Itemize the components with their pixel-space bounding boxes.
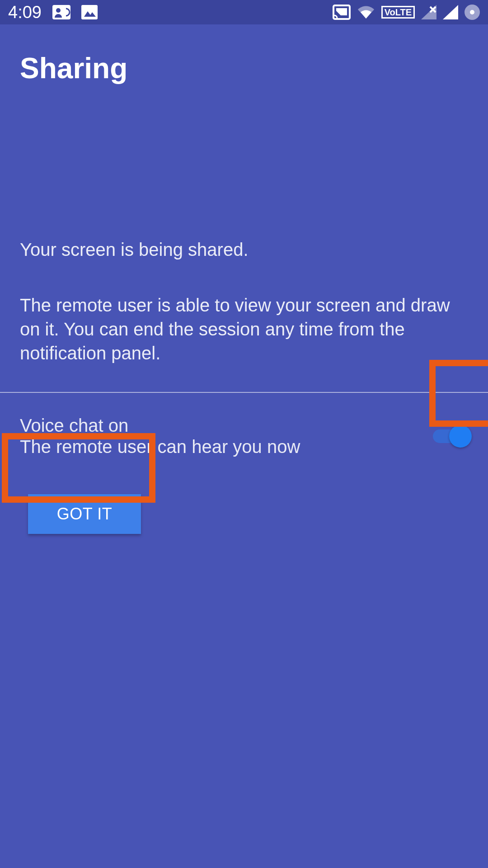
voice-chat-subtitle: The remote user can hear you now	[20, 437, 430, 457]
signal-x-icon	[421, 5, 436, 19]
svg-marker-5	[336, 8, 347, 15]
voice-chat-title: Voice chat on	[20, 415, 430, 436]
dot-icon	[465, 5, 480, 20]
sharing-status-text: Your screen is being shared.	[20, 240, 468, 260]
signal-bar-icon	[443, 5, 458, 19]
status-right: VoLTE	[333, 5, 480, 20]
page-title: Sharing	[0, 24, 488, 90]
status-time: 4:09	[8, 3, 42, 22]
main-content: Your screen is being shared. The remote …	[0, 240, 488, 366]
got-it-button[interactable]: GOT IT	[28, 494, 141, 534]
image-icon	[81, 5, 98, 19]
cast-icon	[333, 5, 351, 20]
svg-point-9	[470, 10, 474, 14]
svg-rect-2	[81, 5, 98, 19]
svg-marker-7	[443, 5, 458, 19]
card-contact-icon	[52, 5, 70, 19]
volte-text: VoLTE	[385, 7, 412, 17]
got-it-label: GOT IT	[57, 505, 112, 524]
voice-chat-row: Voice chat on The remote user can hear y…	[0, 393, 488, 457]
voice-chat-toggle[interactable]	[430, 423, 477, 450]
svg-point-1	[56, 8, 61, 13]
sharing-description-text: The remote user is able to view your scr…	[20, 293, 468, 366]
toggle-knob	[449, 425, 472, 448]
status-left: 4:09	[8, 3, 98, 22]
status-bar: 4:09	[0, 0, 488, 24]
wifi-icon	[357, 5, 375, 19]
volte-badge: VoLTE	[381, 6, 415, 19]
